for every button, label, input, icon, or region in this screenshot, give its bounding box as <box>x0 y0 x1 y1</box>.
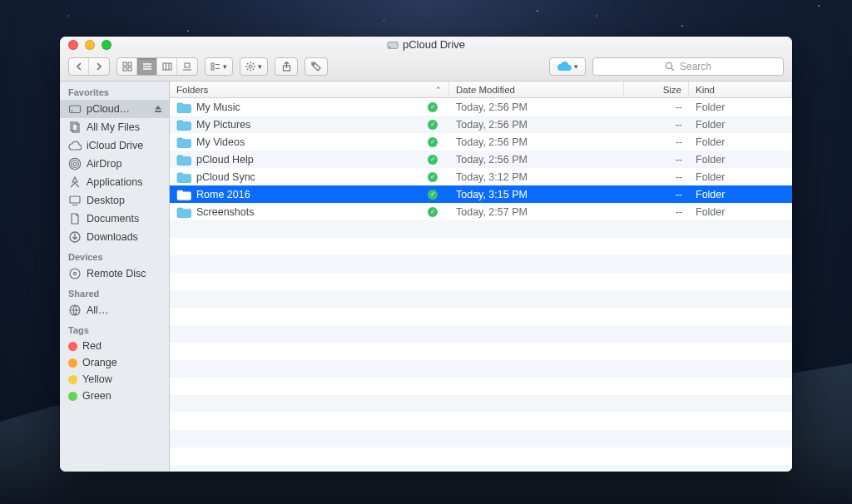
share-button[interactable] <box>275 57 298 76</box>
file-name: Screenshots <box>196 206 254 218</box>
view-icons-button[interactable] <box>117 58 137 75</box>
sidebar-item[interactable]: Green <box>60 388 169 404</box>
file-size: -- <box>624 189 689 200</box>
svg-rect-5 <box>128 67 131 71</box>
cloud-sync-button[interactable]: ▾ <box>549 57 586 76</box>
svg-rect-3 <box>128 62 131 66</box>
file-size: -- <box>624 136 689 148</box>
view-columns-button[interactable] <box>157 58 177 75</box>
sidebar-section-header: Favorites <box>60 82 169 100</box>
file-list: Folders ⌃ Date Modified Size Kind My Mus… <box>170 82 792 472</box>
table-row[interactable]: pCloud Help✓Today, 2:56 PM--Folder <box>170 151 792 168</box>
svg-point-32 <box>72 110 73 111</box>
icloud-icon <box>68 139 82 152</box>
sidebar-item-label: Applications <box>87 176 142 188</box>
folder-icon <box>176 206 191 218</box>
svg-point-35 <box>73 162 77 166</box>
file-name: My Music <box>196 101 240 113</box>
desktop-icon <box>68 194 82 207</box>
column-header-name[interactable]: Folders ⌃ <box>170 82 449 97</box>
tags-button[interactable] <box>305 57 328 76</box>
folder-icon <box>176 119 191 131</box>
column-header-date[interactable]: Date Modified <box>449 82 624 97</box>
sidebar-item[interactable]: AirDrop <box>60 155 169 173</box>
table-row[interactable]: Screenshots✓Today, 2:57 PM--Folder <box>170 203 792 220</box>
file-rows[interactable]: My Music✓Today, 2:56 PM--FolderMy Pictur… <box>170 98 792 472</box>
nav-forward-button[interactable] <box>89 58 109 75</box>
sync-status-icon: ✓ <box>428 155 438 165</box>
allfiles-icon <box>68 121 82 134</box>
tag-dot-icon <box>68 375 77 384</box>
folder-icon <box>176 101 191 113</box>
file-size: -- <box>624 154 689 166</box>
table-row[interactable]: My Music✓Today, 2:56 PM--Folder <box>170 98 792 116</box>
sidebar-item[interactable]: Documents <box>60 210 169 228</box>
search-icon <box>665 62 675 72</box>
window-title-text: pCloud Drive <box>403 38 465 51</box>
folder-icon <box>176 171 191 183</box>
svg-point-18 <box>249 65 252 68</box>
sidebar-item-label: Orange <box>82 357 117 368</box>
sidebar-item-label: pCloud… <box>87 103 130 115</box>
svg-point-36 <box>72 161 79 168</box>
sidebar-item[interactable]: Remote Disc <box>60 264 169 283</box>
share-icon <box>282 62 291 72</box>
chevron-down-icon: ▾ <box>258 62 262 71</box>
column-header-row: Folders ⌃ Date Modified Size Kind <box>170 82 792 98</box>
sidebar-item[interactable]: Red <box>60 338 169 354</box>
network-icon <box>68 304 82 317</box>
svg-rect-9 <box>163 63 171 70</box>
svg-line-30 <box>671 68 674 71</box>
column-header-size[interactable]: Size <box>624 82 689 97</box>
sidebar-item[interactable]: Applications <box>60 173 169 191</box>
svg-line-26 <box>247 69 248 70</box>
airdrop-icon <box>68 157 82 170</box>
sidebar-item[interactable]: Desktop <box>60 191 169 210</box>
sidebar-item[interactable]: All My Files <box>60 118 169 136</box>
column-header-kind[interactable]: Kind <box>689 82 792 97</box>
sidebar-item-label: Red <box>82 340 102 352</box>
file-size: -- <box>624 206 689 218</box>
remotedisc-icon <box>68 267 82 280</box>
sync-status-icon: ✓ <box>428 190 438 200</box>
folder-icon <box>176 136 191 148</box>
view-list-button[interactable] <box>137 58 157 75</box>
file-kind: Folder <box>689 101 792 113</box>
sidebar-section-header: Tags <box>60 319 169 338</box>
sync-status-icon: ✓ <box>428 172 438 182</box>
svg-line-23 <box>247 63 248 64</box>
sidebar-item[interactable]: iCloud Drive <box>60 136 169 155</box>
sidebar-item[interactable]: Orange <box>60 354 169 371</box>
file-date: Today, 2:56 PM <box>449 154 624 166</box>
file-size: -- <box>624 101 689 113</box>
sidebar-item[interactable]: All… <box>60 301 169 319</box>
search-input[interactable]: Search <box>592 57 784 76</box>
sidebar-item[interactable]: Yellow <box>60 371 169 388</box>
eject-icon[interactable] <box>154 105 162 113</box>
sidebar-item-label: Documents <box>87 213 139 225</box>
table-row[interactable]: My Pictures✓Today, 2:56 PM--Folder <box>170 116 792 133</box>
sidebar-item[interactable]: Downloads <box>60 228 169 246</box>
svg-rect-14 <box>211 63 214 66</box>
sidebar-item[interactable]: pCloud… <box>60 100 169 118</box>
svg-rect-12 <box>185 63 190 67</box>
action-menu-button[interactable]: ▾ <box>240 57 268 76</box>
file-name: pCloud Help <box>196 154 254 166</box>
tag-icon <box>311 62 321 72</box>
arrange-menu-button[interactable]: ▾ <box>205 57 233 76</box>
tag-dot-icon <box>68 358 77 368</box>
sidebar-item-label: Yellow <box>82 373 112 385</box>
sidebar-section-header: Shared <box>60 283 169 301</box>
file-date: Today, 2:56 PM <box>449 101 624 113</box>
cloud-icon <box>557 62 572 72</box>
table-row[interactable]: My Videos✓Today, 2:56 PM--Folder <box>170 133 792 151</box>
file-size: -- <box>624 119 689 131</box>
table-row[interactable]: Rome 2016✓Today, 3:15 PM--Folder <box>170 185 792 203</box>
file-date: Today, 3:12 PM <box>449 171 624 183</box>
nav-back-forward <box>68 57 110 76</box>
nav-back-button[interactable] <box>69 58 89 75</box>
view-coverflow-button[interactable] <box>177 58 197 75</box>
sidebar-item-label: All… <box>87 304 108 316</box>
svg-point-41 <box>70 269 80 279</box>
table-row[interactable]: pCloud Sync✓Today, 3:12 PM--Folder <box>170 168 792 185</box>
